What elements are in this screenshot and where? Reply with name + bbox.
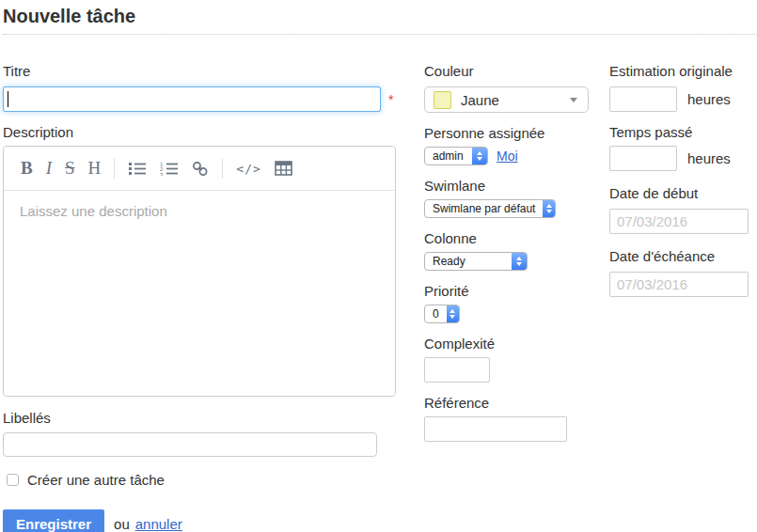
start-date-label: Date de début [609, 185, 757, 201]
color-swatch-yellow [434, 91, 451, 109]
reference-input[interactable] [424, 416, 567, 442]
create-another-label: Créer une autre tâche [27, 472, 165, 488]
code-button[interactable]: </> [236, 162, 260, 176]
priority-select[interactable]: 0 [424, 305, 460, 323]
form-actions: Enregistrer ou annuler [3, 509, 398, 532]
title-row: * [3, 86, 398, 112]
editor-toolbar: B I S H [4, 147, 395, 191]
link-icon [192, 161, 209, 177]
bold-icon: B [21, 158, 33, 179]
complexity-label: Complexité [424, 336, 595, 352]
description-editor: B I S H [3, 146, 396, 397]
form-column-right: Estimation originale heures Temps passé … [609, 35, 757, 297]
cancel-link[interactable]: annuler [135, 516, 182, 532]
time-spent-input[interactable] [609, 146, 677, 171]
hours-unit: heures [687, 91, 731, 107]
original-estimate-row: heures [609, 86, 757, 112]
toolbar-separator [114, 158, 115, 179]
text-cursor-caret [8, 91, 8, 107]
form-column-left: Titre * Description B I S H [3, 35, 398, 532]
complexity-input[interactable] [424, 357, 490, 383]
link-button[interactable] [192, 161, 209, 177]
description-label: Description [3, 124, 398, 140]
select-stepper-icon [472, 148, 487, 164]
assignee-selected-value: admin [425, 148, 472, 164]
select-stepper-icon [512, 253, 527, 270]
column-label: Colonne [424, 230, 595, 246]
select-stepper-icon [543, 200, 555, 217]
unordered-list-icon [128, 161, 147, 176]
due-date-input[interactable] [609, 272, 749, 297]
code-icon: </> [236, 162, 260, 176]
or-text: ou [114, 516, 130, 532]
unordered-list-button[interactable] [128, 161, 147, 176]
column-selected-value: Ready [425, 253, 512, 270]
assignee-select[interactable]: admin [424, 147, 488, 165]
title-input[interactable] [3, 86, 381, 112]
select-stepper-icon [447, 305, 459, 322]
table-button[interactable] [275, 161, 292, 176]
assign-me-link[interactable]: Moi [497, 149, 518, 164]
ordered-list-icon: 1 2 3 [160, 161, 179, 176]
color-selected-value: Jaune [461, 92, 570, 108]
description-textarea[interactable] [4, 191, 395, 396]
required-asterisk: * [388, 92, 393, 107]
ordered-list-button[interactable]: 1 2 3 [160, 161, 179, 176]
original-estimate-label: Estimation originale [609, 63, 757, 79]
hours-unit: heures [687, 150, 731, 166]
italic-button[interactable]: I [46, 158, 52, 179]
assignee-label: Personne assignée [424, 125, 595, 141]
assignee-row: admin Moi [424, 147, 595, 165]
time-spent-row: heures [609, 146, 757, 171]
column-select[interactable]: Ready [424, 252, 528, 271]
labels-label: Libellés [3, 410, 398, 426]
table-icon [275, 161, 292, 176]
original-estimate-input[interactable] [609, 86, 677, 112]
heading-button[interactable]: H [88, 158, 102, 179]
strikethrough-button[interactable]: S [65, 158, 75, 179]
swimlane-select[interactable]: Swimlane par défaut [424, 199, 556, 218]
page-title: Nouvelle tâche [3, 4, 757, 35]
priority-label: Priorité [424, 283, 595, 299]
bold-button[interactable]: B [21, 158, 33, 179]
swimlane-selected-value: Swimlane par défaut [425, 200, 543, 217]
form-column-middle: Couleur Jaune Personne assignée admin Mo… [424, 35, 595, 442]
start-date-input[interactable] [609, 209, 749, 234]
time-spent-label: Temps passé [609, 124, 757, 140]
color-label: Couleur [424, 63, 595, 79]
task-form: Titre * Description B I S H [3, 35, 757, 532]
swimlane-label: Swimlane [424, 178, 595, 194]
color-select[interactable]: Jaune [424, 86, 589, 113]
due-date-label: Date d'échéance [609, 248, 757, 264]
priority-selected-value: 0 [425, 305, 447, 322]
heading-icon: H [88, 158, 102, 179]
title-label: Titre [3, 63, 398, 79]
create-another-row: Créer une autre tâche [3, 472, 398, 488]
chevron-down-icon [570, 98, 577, 102]
create-another-checkbox[interactable] [7, 474, 19, 486]
svg-text:3: 3 [160, 172, 164, 177]
reference-label: Référence [424, 395, 595, 411]
toolbar-separator [222, 158, 223, 179]
save-button[interactable]: Enregistrer [3, 509, 104, 532]
labels-input[interactable] [3, 432, 377, 457]
italic-icon: I [46, 158, 52, 179]
strikethrough-icon: S [65, 158, 75, 179]
